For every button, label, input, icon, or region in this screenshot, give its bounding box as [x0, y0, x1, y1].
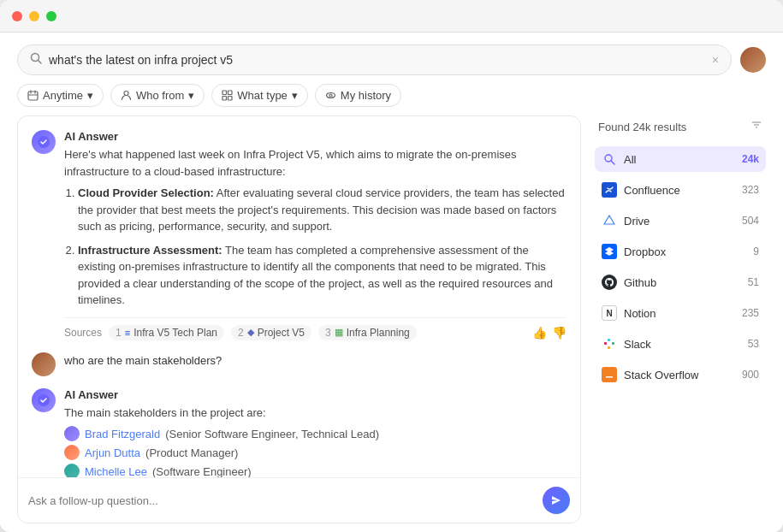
source-chip-2[interactable]: 2 ◆ Project V5	[231, 325, 311, 340]
filter-row: Anytime ▾ Who from ▾	[17, 84, 766, 115]
who-from-filter[interactable]: Who from ▾	[110, 84, 205, 107]
thumbs-down-1[interactable]: 👎	[552, 326, 566, 340]
filter-all[interactable]: All 24k	[595, 146, 766, 172]
stackoverflow-icon	[602, 367, 617, 382]
stakeholder-3-link[interactable]: Michelle Lee	[85, 465, 147, 478]
filter-stackoverflow[interactable]: Stack Overflow 900	[595, 362, 766, 387]
source-icon-3: ▦	[335, 327, 343, 338]
anytime-chevron: ▾	[87, 89, 93, 102]
feedback-icons-1: 👍 👎	[532, 326, 566, 340]
filter-drive[interactable]: Drive 504	[595, 208, 766, 233]
stakeholder-2-name: Arjun Dutta	[85, 446, 140, 459]
source-icon-2: ◆	[247, 327, 254, 338]
dropbox-count: 9	[753, 245, 759, 257]
maximize-button[interactable]	[46, 11, 56, 21]
stackoverflow-label: Stack Overflow	[624, 369, 735, 381]
what-type-filter[interactable]: What type ▾	[211, 84, 308, 107]
results-header: Found 24k results	[595, 119, 766, 141]
ai-avatar-1	[32, 130, 56, 154]
search-icon	[30, 52, 42, 68]
svg-marker-22	[605, 251, 614, 256]
user-message-1-content: who are the main stakeholders?	[64, 352, 566, 367]
send-button[interactable]	[543, 487, 570, 514]
all-icon	[602, 151, 617, 167]
svg-rect-2	[28, 92, 38, 100]
svg-rect-23	[604, 342, 607, 345]
stakeholder-1: Brad Fitzgerald (Senior Software Enginee…	[64, 426, 566, 441]
svg-rect-9	[222, 97, 227, 101]
source-chip-1[interactable]: 1 ≡ Infra V5 Tech Plan	[109, 325, 224, 340]
confluence-icon	[602, 182, 617, 198]
stakeholder-2-link[interactable]: Arjun Dutta	[85, 446, 140, 459]
svg-rect-10	[228, 97, 233, 101]
who-from-chevron: ▾	[188, 89, 194, 102]
ai-point-1: Cloud Provider Selection: After evaluati…	[78, 185, 566, 235]
search-clear-button[interactable]: ×	[712, 53, 719, 67]
stakeholder-3-role: (Software Engineer)	[152, 465, 252, 478]
svg-rect-24	[608, 339, 610, 341]
user-avatar[interactable]	[740, 47, 766, 73]
stakeholder-3-name: Michelle Lee	[85, 465, 147, 478]
chat-messages[interactable]: AI Answer Here's what happened last week…	[18, 116, 580, 477]
results-filter-icon[interactable]	[750, 119, 762, 134]
search-box[interactable]: what's the latest on infra project v5 ×	[17, 44, 732, 75]
thumbs-up-1[interactable]: 👍	[532, 326, 547, 340]
github-count: 51	[748, 276, 759, 288]
svg-line-1	[39, 61, 42, 64]
notion-icon: N	[602, 305, 617, 321]
stakeholder-2-avatar	[64, 445, 80, 460]
close-button[interactable]	[12, 11, 22, 21]
search-area: what's the latest on infra project v5 × …	[0, 33, 783, 115]
ai-label-1: AI Answer	[64, 130, 566, 143]
stakeholder-1-name: Brad Fitzgerald	[85, 428, 160, 440]
source-chip-3[interactable]: 3 ▦ Infra Planning	[318, 325, 417, 340]
stakeholders-list: Brad Fitzgerald (Senior Software Enginee…	[64, 426, 566, 477]
slack-count: 53	[748, 338, 759, 350]
ai-message-2: AI Answer The main stakeholders in the p…	[32, 388, 566, 478]
dropbox-icon	[602, 244, 617, 259]
source-num-2: 2	[238, 327, 244, 339]
source-label-1: Infra V5 Tech Plan	[133, 327, 217, 339]
svg-point-6	[124, 92, 128, 96]
svg-marker-20	[604, 216, 614, 224]
eye-icon	[325, 90, 336, 101]
stakeholder-2-role: (Product Manager)	[145, 446, 238, 459]
svg-line-29	[608, 372, 613, 374]
sources-label: Sources	[64, 327, 102, 339]
results-count: Found 24k results	[598, 121, 686, 133]
filter-notion[interactable]: N Notion 235	[595, 300, 766, 326]
dropbox-label: Dropbox	[624, 245, 746, 258]
ai-point-1-title: Cloud Provider Selection:	[78, 186, 214, 199]
ai-message-1: AI Answer Here's what happened last week…	[32, 130, 566, 340]
user-avatar-small-1	[32, 352, 56, 376]
github-label: Github	[624, 276, 741, 289]
who-from-label: Who from	[136, 89, 184, 102]
stakeholder-1-link[interactable]: Brad Fitzgerald	[85, 428, 160, 440]
chat-input-row	[18, 477, 580, 523]
filter-dropbox[interactable]: Dropbox 9	[595, 239, 766, 264]
ai-message-2-content: AI Answer The main stakeholders in the p…	[64, 388, 566, 478]
svg-line-19	[611, 161, 614, 164]
browser-content: what's the latest on infra project v5 × …	[0, 33, 783, 532]
ai-point-2: Infrastructure Assessment: The team has …	[78, 242, 566, 309]
user-message-1: who are the main stakeholders?	[32, 352, 566, 376]
my-history-filter[interactable]: My history	[315, 84, 401, 107]
minimize-button[interactable]	[29, 11, 39, 21]
my-history-label: My history	[341, 89, 391, 102]
followup-input[interactable]	[28, 494, 536, 507]
filter-slack[interactable]: Slack 53	[595, 331, 766, 357]
ai-label-2: AI Answer	[64, 388, 566, 401]
titlebar	[0, 0, 783, 33]
filter-confluence[interactable]: Confluence 323	[595, 177, 766, 203]
stackoverflow-count: 900	[742, 369, 759, 381]
right-sidebar: Found 24k results	[595, 115, 766, 523]
notion-count: 235	[742, 307, 759, 319]
all-count: 24k	[742, 153, 759, 165]
person-icon	[121, 90, 132, 101]
anytime-filter[interactable]: Anytime ▾	[17, 84, 104, 107]
source-num-1: 1	[116, 327, 122, 339]
source-label-3: Infra Planning	[347, 327, 410, 339]
ai-avatar-2	[32, 388, 56, 412]
drive-count: 504	[742, 215, 759, 227]
filter-github[interactable]: Github 51	[595, 269, 766, 295]
